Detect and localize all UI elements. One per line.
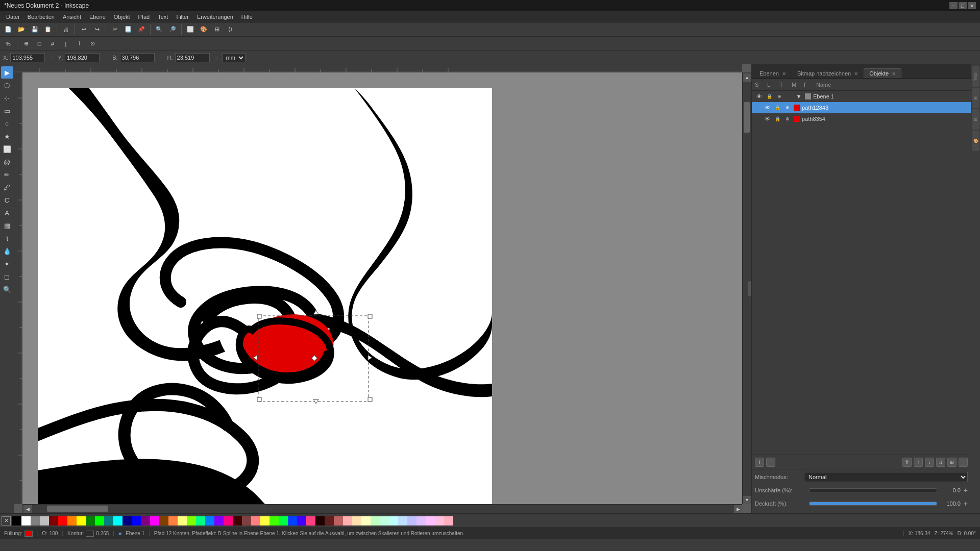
palette-color[interactable] (214, 516, 224, 525)
palette-color[interactable] (371, 516, 380, 525)
tab-bitmap-close[interactable]: ✕ (854, 71, 858, 77)
vscroll-down[interactable]: ▼ (743, 496, 751, 504)
spray-tool[interactable]: ✦ (1, 258, 13, 270)
xml-editor-btn[interactable]: XML (972, 66, 979, 87)
palette-color[interactable] (77, 516, 86, 525)
h-input[interactable]: 23,519 (175, 53, 210, 62)
palette-color[interactable] (444, 516, 453, 525)
zoom-in-btn[interactable]: 🔍 (153, 23, 165, 36)
connector-tool[interactable]: ⌇ (1, 232, 13, 244)
transform-panel-btn[interactable]: ⊞ (972, 88, 979, 108)
align-objects-btn[interactable]: ⊞ (947, 458, 957, 467)
menu-filter[interactable]: Filter (172, 11, 192, 22)
menu-datei[interactable]: Datei (2, 11, 23, 22)
kontur-swatch[interactable] (86, 531, 94, 537)
palette-color[interactable] (132, 516, 141, 525)
palette-color[interactable] (315, 516, 325, 525)
tab-objekte[interactable]: Objekte ✕ (864, 68, 901, 78)
copy-btn[interactable]: 📃 (122, 23, 134, 36)
rect-tool[interactable]: ▭ (1, 105, 13, 117)
palette-color[interactable] (31, 516, 40, 525)
palette-color[interactable] (416, 516, 426, 525)
maximize-button[interactable]: □ (959, 2, 967, 9)
palette-color[interactable] (168, 516, 178, 525)
clip-icon-layer1[interactable]: ⊕ (775, 92, 783, 101)
palette-color[interactable] (279, 516, 288, 525)
save-copy-btn[interactable]: 📋 (42, 23, 54, 36)
menu-ebene[interactable]: Ebene (85, 11, 110, 22)
dropper-tool[interactable]: 💧 (1, 245, 13, 257)
palette-color[interactable] (398, 516, 407, 525)
align-btn[interactable]: ⬜ (184, 23, 197, 36)
deckraft-plus[interactable]: + (964, 499, 968, 508)
palette-color[interactable] (334, 516, 343, 525)
palette-color[interactable] (113, 516, 122, 525)
snap-grid[interactable]: # (46, 38, 59, 50)
node-tool[interactable]: ⬡ (1, 79, 13, 91)
ellipse-tool[interactable]: ○ (1, 117, 13, 130)
palette-color[interactable] (380, 516, 389, 525)
select-tool[interactable]: ▶ (1, 66, 13, 79)
palette-color[interactable] (297, 516, 306, 525)
menu-objekt[interactable]: Objekt (110, 11, 134, 22)
menu-hilfe[interactable]: Hilfe (237, 11, 257, 22)
calligraphy-tool[interactable]: C (1, 194, 13, 206)
pencil-tool[interactable]: ✏ (1, 168, 13, 181)
palette-color[interactable] (352, 516, 361, 525)
menu-erweiterungen[interactable]: Erweiterungen (193, 11, 237, 22)
visibility-icon-p1[interactable]: 👁 (763, 104, 771, 112)
open-btn[interactable]: 📂 (15, 23, 28, 36)
snap-toggle[interactable]: % (2, 38, 14, 50)
palette-color[interactable] (67, 516, 77, 525)
undo-btn[interactable]: ↩ (78, 23, 90, 36)
transform-btn[interactable]: ⊞ (211, 23, 223, 36)
fill-stroke-btn[interactable]: 🎨 (972, 131, 979, 151)
zoom-out-btn[interactable]: 🔎 (166, 23, 179, 36)
no-fill-btn[interactable]: ✕ (2, 516, 11, 525)
palette-color[interactable] (58, 516, 67, 525)
clip-icon-p1[interactable]: ⊕ (783, 104, 792, 112)
new-btn[interactable]: 📄 (2, 23, 14, 36)
clip-icon-p2[interactable]: ⊕ (783, 115, 792, 123)
palette-color[interactable] (95, 516, 104, 525)
hscroll-right[interactable]: ▶ (734, 505, 742, 513)
palette-color[interactable] (389, 516, 398, 525)
save-btn[interactable]: 💾 (29, 23, 41, 36)
unscharfe-slider[interactable] (809, 488, 937, 492)
menu-text[interactable]: Text (154, 11, 172, 22)
move-up-btn[interactable]: ↑ (914, 458, 923, 467)
layer-path8354[interactable]: 👁 🔒 ⊕ path8354 (752, 113, 971, 124)
text-tool[interactable]: A (1, 207, 13, 219)
cut-btn[interactable]: ✂ (109, 23, 121, 36)
palette-color[interactable] (306, 516, 315, 525)
canvas-paper[interactable] (38, 88, 492, 504)
vscroll-thumb[interactable] (744, 102, 750, 133)
palette-color[interactable] (141, 516, 150, 525)
tab-ebenen-close[interactable]: ✕ (782, 71, 786, 77)
hscroll-thumb[interactable] (47, 506, 108, 512)
more-options-btn[interactable]: ⋯ (959, 458, 968, 467)
snap-bbox[interactable]: □ (33, 38, 45, 50)
snap-path[interactable]: ⌇ (73, 38, 85, 50)
mischmode-select[interactable]: Normal Multiplizieren Bildschirm Überlag… (804, 472, 968, 482)
remove-object-btn[interactable]: − (766, 458, 775, 467)
hscroll-left[interactable]: ◀ (23, 505, 32, 513)
vscroll-up[interactable]: ▲ (743, 73, 751, 82)
move-to-top-btn[interactable]: ⇈ (902, 458, 912, 467)
layer-path12843[interactable]: 👁 🔒 ⊕ path12843 (752, 102, 971, 113)
palette-color[interactable] (178, 516, 187, 525)
align-panel-btn[interactable]: ⊟ (972, 109, 979, 130)
snap-center[interactable]: ⊙ (86, 38, 99, 50)
menu-bearbeiten[interactable]: Bearbeiten (23, 11, 59, 22)
palette-color[interactable] (251, 516, 260, 525)
canvas-background[interactable] (22, 72, 742, 504)
star-tool[interactable]: ★ (1, 130, 13, 142)
hscroll[interactable]: ◀ ▶ (22, 504, 742, 513)
layer-ebene1[interactable]: 👁 🔒 ⊕ ▼ Ebene 1 (752, 91, 971, 102)
visibility-icon-layer1[interactable]: 👁 (755, 92, 763, 101)
palette-color[interactable] (242, 516, 251, 525)
print-btn[interactable]: 🖨 (60, 23, 72, 36)
canvas-area[interactable]: ▲ ▼ ◀ ▶ (14, 64, 751, 513)
palette-color[interactable] (12, 516, 21, 525)
palette-color[interactable] (270, 516, 279, 525)
